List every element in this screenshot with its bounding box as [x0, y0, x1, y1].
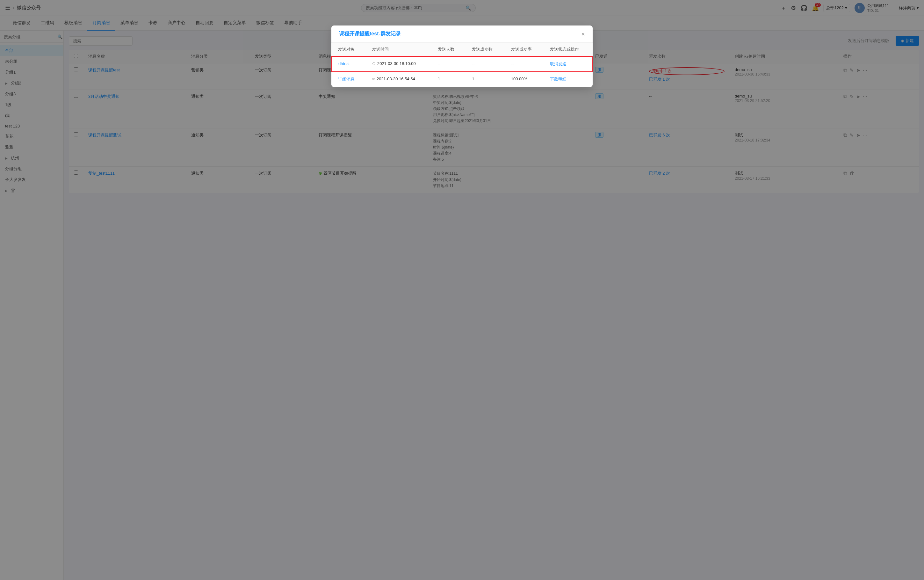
modal-col-action: 发送状态或操作 — [544, 43, 592, 56]
modal-col-count: 发送人数 — [431, 43, 465, 56]
modal-cell-action: 取消发送 — [544, 56, 592, 72]
modal-cell-target: dhtest — [332, 56, 366, 72]
time-icon: ✏ — [372, 77, 375, 81]
modal-cell-time: ⏱ 2021-03-30 18:10:00 — [366, 56, 431, 72]
modal-table: 发送对象 发送时间 发送人数 发送成功数 发送成功率 发送状态或操作 dhtes… — [331, 43, 593, 87]
modal-col-target: 发送对象 — [332, 43, 366, 56]
modal-cell-rate: -- — [505, 56, 544, 72]
modal-col-success: 发送成功数 — [465, 43, 505, 56]
modal-close-button[interactable]: × — [581, 31, 585, 37]
modal-table-row: dhtest ⏱ 2021-03-30 18:10:00 -- -- -- 取消… — [332, 56, 592, 72]
modal-cell-rate: 100.00% — [505, 72, 544, 87]
time-icon: ⏱ — [372, 61, 376, 66]
modal-target-link[interactable]: 订阅消息 — [338, 77, 355, 82]
modal-cell-success: 1 — [465, 72, 505, 87]
modal-cell-count: -- — [431, 56, 465, 72]
modal-col-rate: 发送成功率 — [505, 43, 544, 56]
modal-title: 课程开课提醒test-群发记录 — [339, 31, 401, 37]
modal-cell-success: -- — [465, 56, 505, 72]
modal-col-time: 发送时间 — [366, 43, 431, 56]
modal-table-row: 订阅消息 ✏ 2021-03-30 16:54:54 1 1 100.00% 下… — [332, 72, 592, 87]
modal-cell-action: 下载明细 — [544, 72, 592, 87]
modal-target-link[interactable]: dhtest — [339, 61, 350, 66]
modal: 课程开课提醒test-群发记录 × 发送对象 发送时间 发送人数 发送成功数 发… — [331, 25, 593, 87]
modal-cell-time: ✏ 2021-03-30 16:54:54 — [366, 72, 431, 87]
cancel-send-button[interactable]: 取消发送 — [550, 61, 567, 66]
modal-cell-target: 订阅消息 — [332, 72, 366, 87]
modal-cell-count: 1 — [431, 72, 465, 87]
modal-table-header-row: 发送对象 发送时间 发送人数 发送成功数 发送成功率 发送状态或操作 — [332, 43, 592, 56]
modal-body: 发送对象 发送时间 发送人数 发送成功数 发送成功率 发送状态或操作 dhtes… — [331, 43, 593, 87]
download-detail-button[interactable]: 下载明细 — [550, 77, 567, 82]
modal-overlay: 课程开课提醒test-群发记录 × 发送对象 发送时间 发送人数 发送成功数 发… — [0, 0, 924, 580]
modal-header: 课程开课提醒test-群发记录 × — [331, 25, 593, 43]
